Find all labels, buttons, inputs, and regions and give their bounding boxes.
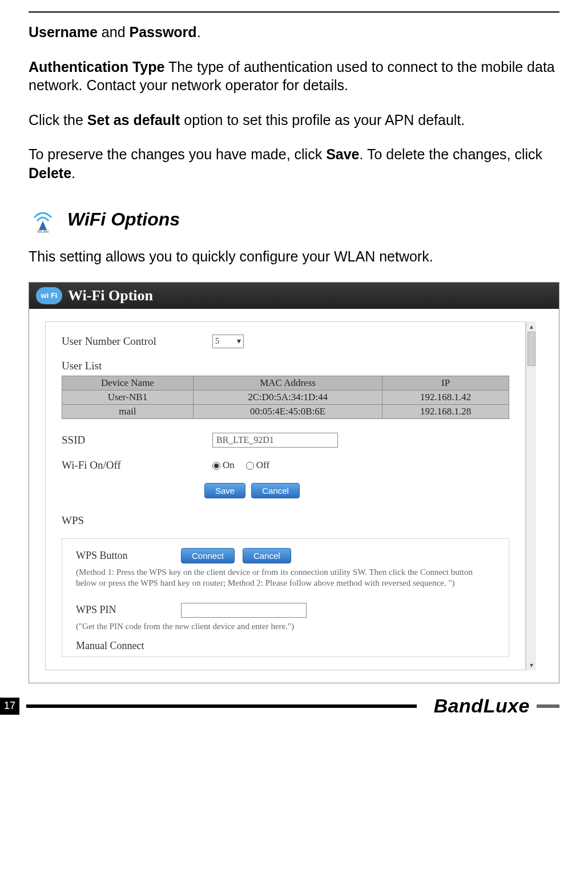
wifi-option-screenshot: wi Fi Wi-Fi Option User Number Control 5… (29, 282, 559, 684)
svg-text:WLAN: WLAN (37, 229, 49, 233)
scroll-thumb[interactable] (527, 332, 535, 366)
wps-pin-input[interactable] (181, 603, 307, 618)
wlan-icon: WLAN (29, 205, 57, 233)
footer-rule (26, 704, 417, 708)
wps-pin-hint: ("Get the PIN code from the new client d… (76, 621, 495, 633)
section-heading-wifi-options: WiFi Options (67, 209, 180, 230)
chevron-down-icon: ▾ (237, 336, 241, 346)
save-button[interactable]: Save (204, 483, 245, 498)
bold-auth-type: Authentication Type (29, 59, 164, 75)
radio-off[interactable]: Off (246, 460, 269, 471)
bold-set-default: Set as default (87, 112, 180, 128)
user-list-label: User List (62, 360, 509, 372)
scroll-up-icon[interactable]: ▴ (530, 323, 533, 331)
wps-button-label: WPS Button (76, 550, 173, 562)
ssid-input[interactable] (212, 433, 338, 448)
paragraph-set-default: Click the Set as default option to set t… (29, 111, 559, 130)
wps-button-hint: (Method 1: Press the WPS key on the clie… (76, 567, 495, 589)
paragraph-username-password: Username and Password. (29, 23, 559, 42)
wifi-onoff-label: Wi-Fi On/Off (62, 459, 204, 472)
manual-connect-label: Manual Connect (76, 640, 144, 652)
svg-marker-0 (39, 221, 47, 230)
bold-password: Password (130, 24, 197, 40)
table-row: User-NB1 2C:D0:5A:34:1D:44 192.168.1.42 (62, 390, 509, 404)
brand-logo: BandLuxe (417, 695, 530, 717)
user-number-control-select[interactable]: 5 ▾ (212, 335, 244, 348)
page-footer: 17 BandLuxe (0, 689, 588, 723)
bold-save: Save (326, 146, 359, 162)
wps-pin-label: WPS PIN (76, 604, 173, 616)
bold-delete: Delete (29, 165, 71, 181)
bold-username: Username (29, 24, 98, 40)
shot-header: wi Fi Wi-Fi Option (29, 283, 559, 309)
footer-right-bar (537, 704, 559, 708)
ssid-label: SSID (62, 434, 204, 446)
table-header-row: Device Name MAC Address IP (62, 376, 509, 390)
user-list-table: Device Name MAC Address IP User-NB1 2C:D… (62, 376, 509, 419)
th-mac: MAC Address (193, 376, 382, 390)
top-rule (29, 11, 559, 13)
cancel-button[interactable]: Cancel (251, 483, 300, 498)
wifi-badge-icon: wi Fi (36, 287, 62, 304)
table-row: mail 00:05:4E:45:0B:6E 192.168.1.28 (62, 404, 509, 418)
wps-cancel-button[interactable]: Cancel (243, 548, 291, 563)
th-device-name: Device Name (62, 376, 194, 390)
wps-connect-button[interactable]: Connect (181, 548, 235, 563)
paragraph-auth-type: Authentication Type The type of authenti… (29, 58, 559, 95)
paragraph-save-delete: To preserve the changes you have made, c… (29, 145, 559, 182)
section-body: This setting allows you to quickly confi… (29, 247, 559, 266)
th-ip: IP (382, 376, 509, 390)
radio-on[interactable]: On (212, 460, 235, 471)
wps-heading: WPS (62, 514, 509, 527)
user-number-control-label: User Number Control (62, 335, 204, 348)
scrollbar[interactable]: ▴ ▾ (526, 321, 536, 671)
scroll-down-icon[interactable]: ▾ (530, 661, 533, 669)
wps-box: WPS Button Connect Cancel (Method 1: Pre… (62, 538, 509, 658)
page-number: 17 (0, 698, 19, 715)
shot-title: Wi-Fi Option (68, 287, 153, 304)
